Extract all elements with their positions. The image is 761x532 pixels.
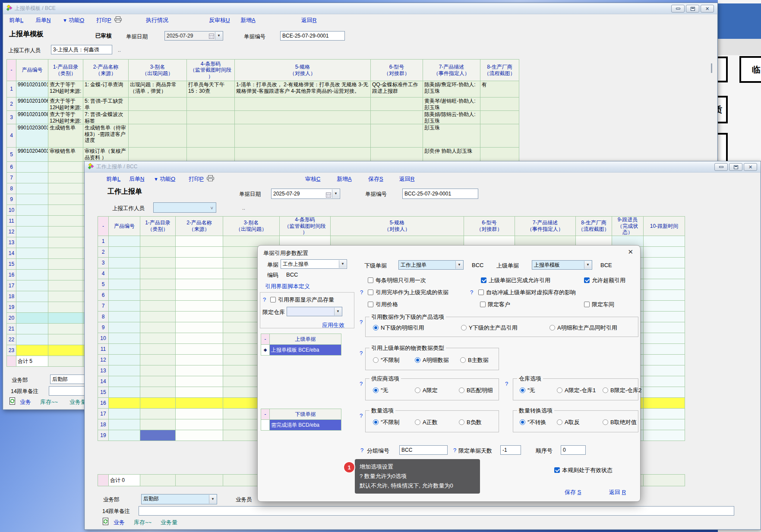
table-cell[interactable] <box>235 148 371 162</box>
table-cell[interactable] <box>16 313 48 324</box>
table-cell[interactable] <box>16 291 48 302</box>
table-cell[interactable]: 查大于等于12H超时来源: <box>48 111 83 124</box>
minimize-button[interactable] <box>671 5 685 13</box>
help-icon[interactable]: ? <box>360 447 363 453</box>
row-number[interactable]: 13 <box>7 237 16 248</box>
table-cell[interactable] <box>16 248 48 259</box>
radio-main-product-cite[interactable]: Y下级的主产品引用 <box>461 324 518 332</box>
column-header[interactable]: 3-别名 （出现问题） <box>223 217 280 236</box>
table-cell[interactable]: 出现问题：商品异常（清单，弹簧） <box>129 81 187 98</box>
reporter-more[interactable]: .. <box>242 205 245 211</box>
column-header[interactable]: 10-跟新时间 <box>644 217 685 236</box>
table-cell[interactable] <box>644 247 685 258</box>
row-number[interactable]: 9 <box>98 322 109 333</box>
reporter-input[interactable]: 3-上报人员：何鑫强 <box>51 45 112 54</box>
row-number[interactable]: 9 <box>7 194 16 205</box>
table-cell[interactable] <box>48 280 83 291</box>
checkbox-rule-valid[interactable]: 本规则处于有效状态 <box>554 466 613 474</box>
minimize-button[interactable] <box>714 163 728 171</box>
printer-icon[interactable] <box>114 16 122 24</box>
table-cell[interactable] <box>109 419 140 430</box>
table-cell[interactable]: 黄美琴/谢锦旺-协助人: 彭玉珠 <box>423 98 480 111</box>
toolbar-unaudit[interactable]: 反审核U <box>209 16 230 24</box>
toolbar-print[interactable]: 打印P <box>96 16 111 24</box>
table-cell[interactable]: 99010201008 <box>16 111 48 124</box>
table-cell[interactable] <box>644 419 685 430</box>
table-cell[interactable] <box>371 98 423 111</box>
row-number[interactable]: 1 <box>7 81 16 98</box>
table-cell[interactable] <box>140 268 176 279</box>
table-cell[interactable] <box>187 111 235 124</box>
table-cell[interactable] <box>16 334 48 345</box>
table-cell[interactable] <box>140 258 176 268</box>
radio-detail-data[interactable]: A明细数据 <box>415 356 449 364</box>
column-header[interactable]: 3-别名 （出现问题） <box>129 60 187 81</box>
dropdown-button[interactable]: ▼ <box>334 308 341 315</box>
column-header[interactable]: 6-型号 （对接群） <box>371 60 423 81</box>
toolbar-save[interactable]: 保存S <box>368 175 383 183</box>
row-number[interactable]: 12 <box>98 355 109 365</box>
checkbox-cite-once[interactable]: 每条明细只引用一次 <box>368 277 426 284</box>
table-cell[interactable] <box>140 333 176 344</box>
table-cell[interactable]: 合计 5 <box>16 356 48 367</box>
table-cell[interactable] <box>176 312 223 322</box>
dept-select[interactable]: 后勤部 ▼ <box>141 494 217 504</box>
dropdown-button[interactable]: ▼ <box>339 260 346 268</box>
table-cell[interactable]: 查大于等于12H超时来源: <box>48 81 83 98</box>
table-cell[interactable] <box>176 236 223 247</box>
table-cell[interactable] <box>16 302 48 313</box>
row-number[interactable] <box>7 356 16 367</box>
row-number[interactable]: 21 <box>7 324 16 334</box>
row-number[interactable]: 18 <box>7 291 16 302</box>
checkbox-limit-customer[interactable]: 限定客户 <box>480 301 510 308</box>
table-cell[interactable] <box>48 162 83 173</box>
table-cell[interactable] <box>644 290 685 301</box>
table-cell[interactable] <box>176 247 223 258</box>
table-cell[interactable] <box>129 98 187 111</box>
toolbar-print[interactable]: 打印P <box>189 175 204 183</box>
table-cell[interactable] <box>140 365 176 376</box>
table-cell[interactable] <box>644 376 685 387</box>
table-cell[interactable] <box>48 259 83 270</box>
table-cell[interactable] <box>235 98 371 111</box>
help-icon[interactable]: ? <box>360 381 363 387</box>
table-cell[interactable]: 99010203003 <box>16 124 48 148</box>
table-cell[interactable] <box>48 227 83 237</box>
volume-link[interactable]: 业务量 <box>161 519 177 526</box>
row-number[interactable]: 23 <box>7 345 16 356</box>
table-cell[interactable] <box>644 322 685 333</box>
table-cell[interactable] <box>644 430 685 441</box>
toolbar-add-new[interactable]: 新增A <box>240 16 256 24</box>
table-cell[interactable] <box>644 475 685 486</box>
radio-supplier-limit[interactable]: A限定 <box>415 387 438 394</box>
column-header[interactable]: - <box>7 60 16 81</box>
radio-both-cite[interactable]: A明细和主产品同时引用 <box>549 324 617 332</box>
row-number[interactable]: 6 <box>98 290 109 301</box>
table-cell[interactable] <box>109 322 140 333</box>
table-cell[interactable] <box>480 111 519 124</box>
warehouse-select[interactable]: ▼ <box>287 307 342 316</box>
table-cell[interactable]: 生成销售单（待审核3）-需跟进客户进度 <box>83 124 129 148</box>
days-input[interactable]: -1 <box>500 445 521 455</box>
table-cell[interactable] <box>140 387 176 398</box>
radio-no-convert[interactable]: ″不转换 <box>520 419 546 426</box>
table-cell[interactable] <box>644 355 685 365</box>
table-cell[interactable] <box>644 398 685 409</box>
table-cell[interactable]: 上报单模板 BCE/eba <box>270 345 341 356</box>
help-icon[interactable]: ? <box>505 381 508 387</box>
row-number[interactable]: 11 <box>98 344 109 355</box>
table-cell[interactable] <box>187 148 235 162</box>
table-cell[interactable] <box>187 98 235 111</box>
checkbox-ref-complete[interactable]: 引用完毕作为上级完成的依据 <box>368 289 448 296</box>
table-cell[interactable] <box>235 124 371 148</box>
toolbar-audit[interactable]: 审核C <box>305 175 320 183</box>
checkbox-auto-offset[interactable]: 自动冲减上级单据对虚拟库存的影响 <box>478 289 576 296</box>
table-cell[interactable] <box>371 111 423 124</box>
table-cell[interactable] <box>16 194 48 205</box>
table-cell[interactable] <box>176 430 223 441</box>
row-number[interactable]: 14 <box>98 376 109 387</box>
column-header[interactable]: 产品编号 <box>16 60 48 81</box>
row-number[interactable]: 4 <box>7 124 16 148</box>
column-header[interactable]: 5-规格 （对接人） <box>235 60 371 81</box>
table-cell[interactable] <box>480 98 519 111</box>
